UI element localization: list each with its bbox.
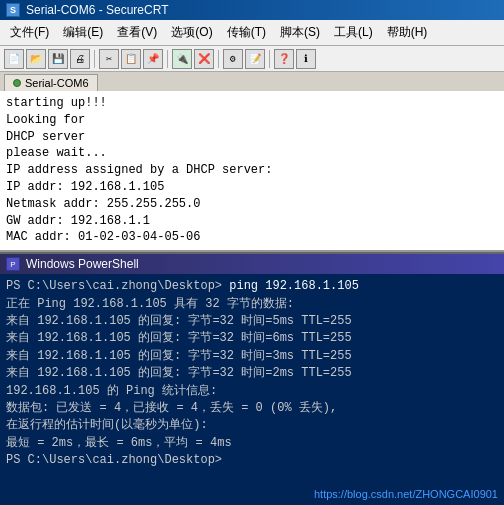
ps-icon: P	[6, 257, 20, 271]
menu-edit[interactable]: 编辑(E)	[57, 22, 109, 43]
ps-window-title: Windows PowerShell	[26, 257, 139, 271]
toolbar-new[interactable]: 📄	[4, 49, 24, 69]
toolbar-copy[interactable]: 📋	[121, 49, 141, 69]
toolbar-sep1	[94, 50, 95, 68]
toolbar: 📄 📂 💾 🖨 ✂ 📋 📌 🔌 ❌ ⚙ 📝 ❓ ℹ	[0, 46, 504, 72]
toolbar-connect[interactable]: 🔌	[172, 49, 192, 69]
ps-line-3: 来自 192.168.1.105 的回复: 字节=32 时间=6ms TTL=2…	[6, 330, 498, 347]
ps-line-4: 来自 192.168.1.105 的回复: 字节=32 时间=3ms TTL=2…	[6, 348, 498, 365]
ps-terminal[interactable]: PS C:\Users\cai.zhong\Desktop> ping 192.…	[0, 274, 504, 505]
toolbar-open[interactable]: 📂	[26, 49, 46, 69]
ps-line-2: 来自 192.168.1.105 的回复: 字节=32 时间=5ms TTL=2…	[6, 313, 498, 330]
ps-title-bar: P Windows PowerShell	[0, 252, 504, 274]
tab-status-dot	[13, 79, 21, 87]
toolbar-info[interactable]: ℹ	[296, 49, 316, 69]
serial-terminal[interactable]: starting up!!! Looking for DHCP server p…	[0, 91, 504, 252]
menu-transfer[interactable]: 传输(T)	[221, 22, 272, 43]
serial-line-8: MAC addr: 01-02-03-04-05-06	[6, 229, 498, 246]
menu-view[interactable]: 查看(V)	[111, 22, 163, 43]
tab-bar: Serial-COM6	[0, 72, 504, 91]
watermark: https://blog.csdn.net/ZHONGCAI0901	[314, 487, 498, 503]
ps-line-1: 正在 Ping 192.168.1.105 具有 32 字节的数据:	[6, 296, 498, 313]
tab-label: Serial-COM6	[25, 77, 89, 89]
ps-line-5: 来自 192.168.1.105 的回复: 字节=32 时间=2ms TTL=2…	[6, 365, 498, 382]
menu-file[interactable]: 文件(F)	[4, 22, 55, 43]
toolbar-disconnect[interactable]: ❌	[194, 49, 214, 69]
app-icon: S	[6, 3, 20, 17]
serial-line-3: please wait...	[6, 145, 498, 162]
toolbar-sep3	[218, 50, 219, 68]
menu-tools[interactable]: 工具(L)	[328, 22, 379, 43]
toolbar-help[interactable]: ❓	[274, 49, 294, 69]
ps-line-10: 最短 = 2ms，最长 = 6ms，平均 = 4ms	[6, 435, 498, 452]
ps-line-9: 在返行程的估计时间(以毫秒为单位):	[6, 417, 498, 434]
serial-line-7: GW addr: 192.168.1.1	[6, 213, 498, 230]
app-window: S Serial-COM6 - SecureCRT 文件(F) 编辑(E) 查看…	[0, 0, 504, 505]
toolbar-settings[interactable]: ⚙	[223, 49, 243, 69]
menu-help[interactable]: 帮助(H)	[381, 22, 434, 43]
ps-line-7: 192.168.1.105 的 Ping 统计信息:	[6, 383, 498, 400]
serial-line-2: DHCP server	[6, 129, 498, 146]
menu-options[interactable]: 选项(O)	[165, 22, 218, 43]
toolbar-sep4	[269, 50, 270, 68]
ps-section: P Windows PowerShell PS C:\Users\cai.zho…	[0, 252, 504, 505]
ps-prompt: PS C:\Users\cai.zhong\Desktop>	[6, 279, 222, 293]
window-title: Serial-COM6 - SecureCRT	[26, 3, 168, 17]
ps-prompt-line: PS C:\Users\cai.zhong\Desktop> ping 192.…	[6, 278, 498, 295]
serial-line-5: IP addr: 192.168.1.105	[6, 179, 498, 196]
toolbar-log[interactable]: 📝	[245, 49, 265, 69]
toolbar-print[interactable]: 🖨	[70, 49, 90, 69]
toolbar-cut[interactable]: ✂	[99, 49, 119, 69]
toolbar-paste[interactable]: 📌	[143, 49, 163, 69]
toolbar-sep2	[167, 50, 168, 68]
ps-line-11: PS C:\Users\cai.zhong\Desktop>	[6, 452, 498, 469]
menu-script[interactable]: 脚本(S)	[274, 22, 326, 43]
menu-bar: 文件(F) 编辑(E) 查看(V) 选项(O) 传输(T) 脚本(S) 工具(L…	[0, 20, 504, 46]
serial-section: S Serial-COM6 - SecureCRT 文件(F) 编辑(E) 查看…	[0, 0, 504, 252]
serial-line-6: Netmask addr: 255.255.255.0	[6, 196, 498, 213]
ps-line-8: 数据包: 已发送 = 4，已接收 = 4，丢失 = 0 (0% 丢失),	[6, 400, 498, 417]
serial-line-1: Looking for	[6, 112, 498, 129]
serial-line-4: IP address assigned by a DHCP server:	[6, 162, 498, 179]
title-bar: S Serial-COM6 - SecureCRT	[0, 0, 504, 20]
toolbar-save[interactable]: 💾	[48, 49, 68, 69]
ps-cmd: ping 192.168.1.105	[222, 279, 359, 293]
serial-tab[interactable]: Serial-COM6	[4, 74, 98, 91]
serial-line-0: starting up!!!	[6, 95, 498, 112]
